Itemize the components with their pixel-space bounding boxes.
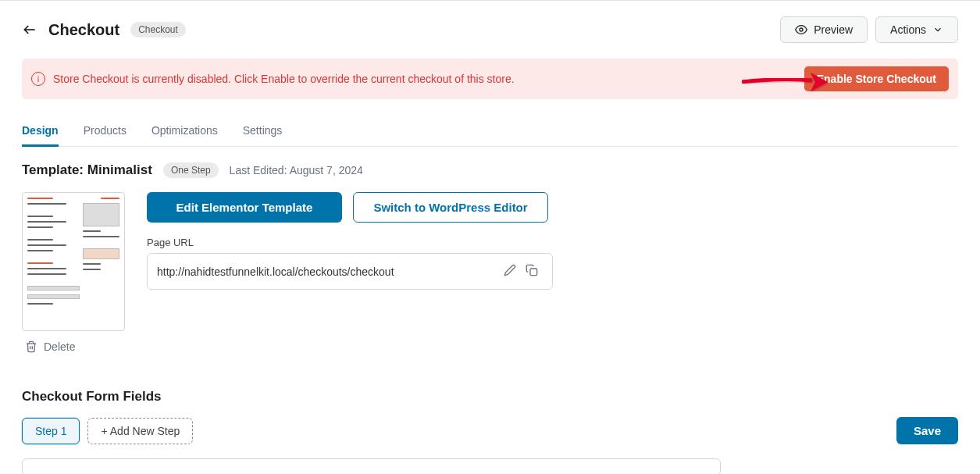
page-url-label: Page URL — [147, 237, 553, 248]
form-fields-title: Checkout Form Fields — [22, 389, 958, 405]
preview-label: Preview — [814, 23, 853, 36]
svg-rect-2 — [530, 269, 537, 276]
form-panels — [22, 458, 958, 474]
trash-icon — [25, 340, 37, 353]
chevron-down-icon — [932, 24, 943, 35]
steps-left: Step 1 + Add New Step — [22, 418, 193, 444]
template-thumbnail[interactable] — [22, 192, 125, 331]
delete-label: Delete — [44, 340, 75, 353]
header-left: Checkout Checkout — [22, 21, 186, 39]
header-right: Preview Actions — [780, 16, 958, 43]
notice-content: i Store Checkout is currently disabled. … — [31, 72, 515, 86]
template-actions-column: Edit Elementor Template Switch to WordPr… — [147, 192, 553, 353]
enable-store-checkout-button[interactable]: Enable Store Checkout — [804, 66, 949, 91]
last-edited: Last Edited: August 7, 2024 — [230, 164, 363, 176]
steps-row: Step 1 + Add New Step Save — [22, 417, 958, 444]
form-right-panel — [739, 458, 958, 474]
actions-button[interactable]: Actions — [875, 16, 958, 43]
pencil-icon — [504, 264, 516, 276]
notice-text: Store Checkout is currently disabled. Cl… — [53, 73, 515, 85]
tab-settings[interactable]: Settings — [243, 118, 283, 146]
page-title: Checkout — [48, 21, 119, 39]
step-1-button[interactable]: Step 1 — [22, 418, 80, 444]
template-header: Template: Minimalist One Step Last Edite… — [22, 162, 958, 178]
tab-optimizations[interactable]: Optimizations — [151, 118, 218, 146]
eye-icon — [795, 23, 807, 36]
form-left-panel — [22, 458, 721, 474]
info-icon: i — [31, 72, 45, 86]
tab-design[interactable]: Design — [22, 118, 59, 146]
delete-button[interactable]: Delete — [22, 340, 125, 353]
arrow-left-icon — [22, 22, 37, 37]
switch-wordpress-button[interactable]: Switch to WordPress Editor — [353, 192, 548, 223]
save-button[interactable]: Save — [896, 417, 958, 444]
template-title: Template: Minimalist — [22, 162, 152, 178]
svg-point-1 — [800, 28, 803, 31]
actions-label: Actions — [890, 23, 926, 36]
template-button-row: Edit Elementor Template Switch to WordPr… — [147, 192, 553, 223]
preview-button[interactable]: Preview — [780, 16, 868, 43]
store-checkout-notice: i Store Checkout is currently disabled. … — [22, 59, 958, 99]
checkout-badge: Checkout — [130, 22, 186, 37]
template-body: Delete Edit Elementor Template Switch to… — [22, 192, 958, 353]
page-url-field — [147, 253, 553, 290]
back-arrow-button[interactable] — [22, 22, 37, 37]
add-step-button[interactable]: + Add New Step — [87, 418, 193, 444]
thumbnail-column: Delete — [22, 192, 125, 353]
copy-icon — [526, 264, 538, 276]
edit-url-button[interactable] — [499, 261, 521, 282]
tab-products[interactable]: Products — [84, 118, 127, 146]
tab-bar: Design Products Optimizations Settings — [22, 118, 958, 147]
step-badge: One Step — [163, 162, 219, 178]
edit-elementor-button[interactable]: Edit Elementor Template — [147, 192, 342, 223]
copy-url-button[interactable] — [521, 261, 543, 282]
page-header: Checkout Checkout Preview Actions — [22, 16, 958, 43]
page-url-input[interactable] — [157, 266, 499, 278]
